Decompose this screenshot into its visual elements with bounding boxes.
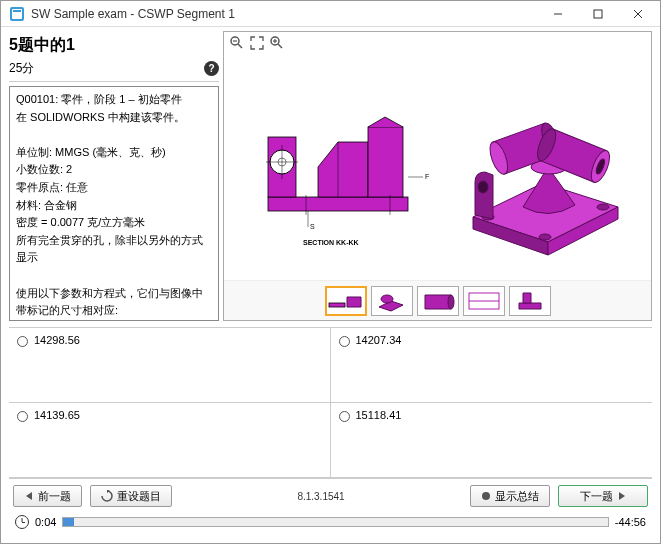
prev-button[interactable]: 前一题: [13, 485, 82, 507]
svg-rect-46: [519, 303, 541, 309]
svg-point-38: [478, 181, 488, 193]
refresh-icon: [101, 490, 113, 502]
answer-option-2[interactable]: 14207.34: [331, 328, 653, 403]
svg-point-27: [597, 204, 609, 210]
thumbnail-1[interactable]: [325, 286, 367, 316]
answer-option-1[interactable]: 14298.56: [9, 328, 331, 403]
time-bar: 0:04 -44:56: [9, 513, 652, 535]
version-label: 8.1.3.1541: [297, 491, 344, 502]
thumbnail-2[interactable]: [371, 286, 413, 316]
svg-rect-47: [523, 293, 531, 303]
svg-line-8: [238, 44, 242, 48]
svg-rect-42: [425, 295, 451, 309]
viewer-canvas[interactable]: S F SECTION KK-KK: [224, 54, 651, 280]
app-window: SW Sample exam - CSWP Segment 1 5题中的1 25…: [0, 0, 661, 544]
radio-icon: [339, 336, 350, 347]
radio-icon: [17, 411, 28, 422]
section-label: SECTION KK-KK: [303, 239, 359, 246]
thumbnail-4[interactable]: [463, 286, 505, 316]
thumbnail-3[interactable]: [417, 286, 459, 316]
summary-button[interactable]: 显示总结: [470, 485, 550, 507]
svg-point-26: [539, 234, 551, 240]
answer-value: 14139.65: [34, 409, 80, 421]
question-points: 25分: [9, 60, 34, 77]
close-button[interactable]: [618, 1, 658, 26]
next-button[interactable]: 下一题: [558, 485, 648, 507]
dim-f: F: [425, 173, 429, 180]
svg-rect-39: [329, 303, 345, 307]
svg-line-11: [278, 44, 282, 48]
thumbnail-strip: [224, 280, 651, 320]
svg-rect-4: [594, 10, 602, 18]
answer-value: 14298.56: [34, 334, 80, 346]
question-pane: 5题中的1 25分 ? Q00101: 零件，阶段 1 – 初始零件在 SOLI…: [9, 31, 219, 321]
maximize-button[interactable]: [578, 1, 618, 26]
arrow-left-icon: [24, 492, 34, 500]
content-area: 5题中的1 25分 ? Q00101: 零件，阶段 1 – 初始零件在 SOLI…: [1, 27, 660, 543]
zoom-out-icon[interactable]: [228, 34, 246, 52]
window-title: SW Sample exam - CSWP Segment 1: [31, 7, 538, 21]
question-counter: 5题中的1: [9, 31, 219, 58]
clock-icon: [15, 515, 29, 529]
reset-button[interactable]: 重设题目: [90, 485, 172, 507]
thumbnail-5[interactable]: [509, 286, 551, 316]
svg-rect-20: [368, 127, 403, 197]
question-text[interactable]: Q00101: 零件，阶段 1 – 初始零件在 SOLIDWORKS 中构建该零…: [9, 86, 219, 321]
minimize-button[interactable]: [538, 1, 578, 26]
answer-value: 15118.41: [356, 409, 402, 421]
svg-rect-40: [347, 297, 361, 307]
nav-bar: 前一题 重设题目 8.1.3.1541 显示总结 下一题: [9, 478, 652, 513]
answer-option-3[interactable]: 14139.65: [9, 403, 331, 478]
zoom-fit-icon[interactable]: [248, 34, 266, 52]
app-icon: [9, 6, 25, 22]
radio-icon: [339, 411, 350, 422]
svg-rect-14: [268, 197, 408, 211]
svg-point-43: [448, 295, 454, 309]
titlebar: SW Sample exam - CSWP Segment 1: [1, 1, 660, 27]
answer-grid: 14298.56 14207.34 14139.65 15118.41: [9, 327, 652, 478]
radio-icon: [17, 336, 28, 347]
svg-rect-2: [13, 10, 21, 12]
progress-bar[interactable]: [62, 517, 608, 527]
help-icon[interactable]: ?: [204, 61, 219, 76]
svg-point-48: [482, 492, 490, 500]
dim-s: S: [310, 223, 315, 230]
elapsed-time: 0:04: [35, 516, 56, 528]
image-viewer: S F SECTION KK-KK: [223, 31, 652, 321]
answer-option-4[interactable]: 15118.41: [331, 403, 653, 478]
svg-point-41: [381, 295, 393, 303]
answer-value: 14207.34: [356, 334, 402, 346]
remaining-time: -44:56: [615, 516, 646, 528]
arrow-right-icon: [617, 492, 627, 500]
viewer-toolbar: [224, 32, 651, 54]
zoom-in-icon[interactable]: [268, 34, 286, 52]
list-icon: [481, 491, 491, 501]
